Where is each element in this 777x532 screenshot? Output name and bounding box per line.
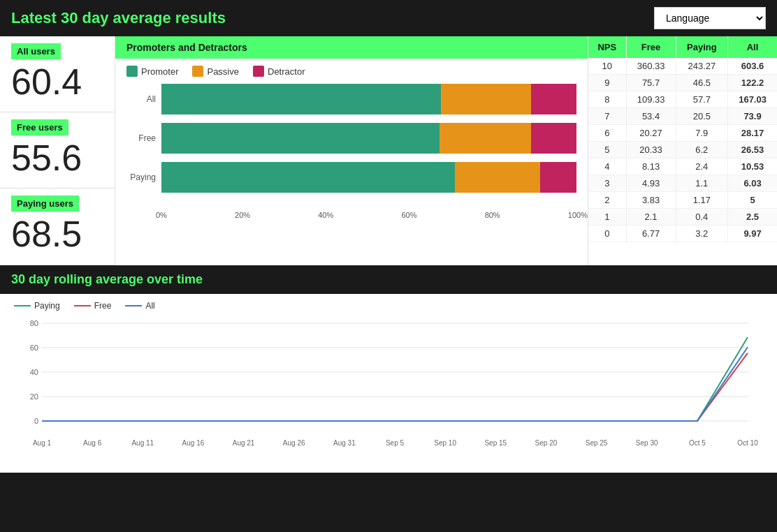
table-cell-all: 603.6 [728, 58, 777, 75]
axis-label: 0% [156, 211, 167, 219]
svg-text:Aug 6: Aug 6 [83, 439, 102, 447]
table-cell-paying: 2.4 [676, 158, 728, 175]
legend-detractor-label: Detractor [268, 66, 305, 77]
free-users-block: Free users 55.6 [0, 112, 115, 189]
page-title: Latest 30 day average results [11, 9, 226, 27]
passive-color [192, 66, 203, 77]
paying-users-value: 68.5 [11, 214, 103, 254]
detractor-bar [531, 123, 576, 154]
axis-label: 60% [401, 211, 416, 219]
svg-text:Aug 26: Aug 26 [283, 439, 305, 447]
svg-text:Sep 5: Sep 5 [386, 439, 405, 447]
svg-text:Sep 30: Sep 30 [636, 439, 658, 447]
table-cell-nps: 7 [588, 108, 626, 125]
top-section: All users 60.4 Free users 55.6 Paying us… [0, 36, 777, 265]
line-chart-svg-wrapper: 020406080Aug 1Aug 6Aug 11Aug 16Aug 21Aug… [14, 316, 763, 459]
table-cell-paying: 46.5 [676, 75, 728, 91]
table-cell-all: 122.2 [728, 75, 777, 91]
bar-label: All [126, 94, 161, 104]
table-cell-nps: 2 [588, 192, 626, 209]
line-color [14, 305, 31, 306]
header: Latest 30 day average results Language [0, 0, 777, 36]
passive-bar [455, 162, 541, 193]
table-cell-all: 6.03 [728, 175, 777, 192]
table-row: 520.336.226.53 [588, 142, 777, 158]
nps-col-header: Paying [676, 36, 728, 58]
table-row: 753.420.573.9 [588, 108, 777, 125]
svg-text:Sep 25: Sep 25 [586, 439, 608, 447]
svg-text:Oct 10: Oct 10 [737, 439, 758, 447]
chart-title: Promoters and Detractors [115, 36, 588, 59]
table-cell-nps: 4 [588, 158, 626, 175]
table-cell-paying: 243.27 [676, 58, 728, 75]
paying-users-block: Paying users 68.5 [0, 189, 115, 265]
all-users-value: 60.4 [11, 62, 103, 102]
table-cell-free: 20.33 [626, 142, 676, 158]
table-row: 10360.33243.27603.6 [588, 58, 777, 75]
svg-text:Aug 16: Aug 16 [182, 439, 205, 447]
detractor-color [253, 66, 264, 77]
table-cell-paying: 6.2 [676, 142, 728, 158]
axis-label: 80% [485, 211, 500, 219]
table-cell-paying: 1.17 [676, 192, 728, 209]
all-users-label: All users [11, 43, 61, 59]
table-cell-paying: 57.7 [676, 91, 728, 108]
table-cell-nps: 3 [588, 175, 626, 192]
bar-row: Paying [126, 162, 576, 193]
stats-panel: All users 60.4 Free users 55.6 Paying us… [0, 36, 115, 265]
free-users-label: Free users [11, 119, 68, 135]
axis-label: 20% [235, 211, 250, 219]
bottom-section: 30 day rolling average over time PayingF… [0, 265, 777, 473]
line-color [74, 305, 91, 306]
svg-text:Oct 5: Oct 5 [689, 439, 706, 447]
table-cell-all: 73.9 [728, 108, 777, 125]
svg-text:Aug 1: Aug 1 [33, 439, 52, 447]
table-cell-all: 167.03 [728, 91, 777, 108]
passive-bar [440, 123, 531, 154]
language-select[interactable]: Language [654, 7, 766, 29]
line-label: Paying [34, 301, 60, 311]
promoter-color [126, 66, 138, 77]
line-color [125, 305, 142, 306]
table-cell-free: 20.27 [626, 125, 676, 142]
bar-chart-area: AllFreePaying [115, 84, 588, 208]
table-cell-all: 5 [728, 192, 777, 209]
table-cell-nps: 8 [588, 91, 626, 108]
svg-text:Aug 21: Aug 21 [233, 439, 255, 447]
detractor-bar [531, 84, 576, 114]
bar-container [161, 162, 576, 193]
svg-text:0: 0 [34, 417, 38, 425]
table-cell-free: 4.93 [626, 175, 676, 192]
table-cell-paying: 1.1 [676, 175, 728, 192]
line-legend-item: All [125, 301, 154, 311]
table-cell-nps: 1 [588, 209, 626, 226]
promoter-bar [161, 123, 440, 154]
table-cell-nps: 9 [588, 75, 626, 91]
svg-text:Sep 10: Sep 10 [434, 439, 456, 447]
bar-label: Free [126, 133, 161, 143]
line-legend-item: Free [74, 301, 112, 311]
table-cell-free: 109.33 [626, 91, 676, 108]
nps-col-header: Free [626, 36, 676, 58]
table-row: 23.831.175 [588, 192, 777, 209]
line-legend: PayingFreeAll [14, 301, 763, 311]
rolling-title: 30 day rolling average over time [0, 265, 777, 294]
bar-container [161, 123, 576, 154]
svg-text:80: 80 [30, 319, 38, 327]
bar-axis: 0%20%40%60%80%100% [115, 208, 588, 219]
table-cell-all: 2.5 [728, 209, 777, 226]
table-cell-nps: 6 [588, 125, 626, 142]
chart-legend: Promoter Passive Detractor [115, 59, 588, 84]
table-row: 48.132.410.53 [588, 158, 777, 175]
svg-text:20: 20 [30, 392, 38, 401]
table-cell-all: 10.53 [728, 158, 777, 175]
svg-text:40: 40 [30, 368, 38, 376]
svg-text:60: 60 [30, 343, 38, 352]
table-cell-free: 6.77 [626, 226, 676, 242]
nps-col-header: All [728, 36, 777, 58]
svg-text:Sep 15: Sep 15 [484, 439, 507, 447]
bar-row: Free [126, 123, 576, 154]
table-cell-all: 9.97 [728, 226, 777, 242]
table-row: 06.773.29.97 [588, 226, 777, 242]
paying-users-label: Paying users [11, 195, 79, 212]
